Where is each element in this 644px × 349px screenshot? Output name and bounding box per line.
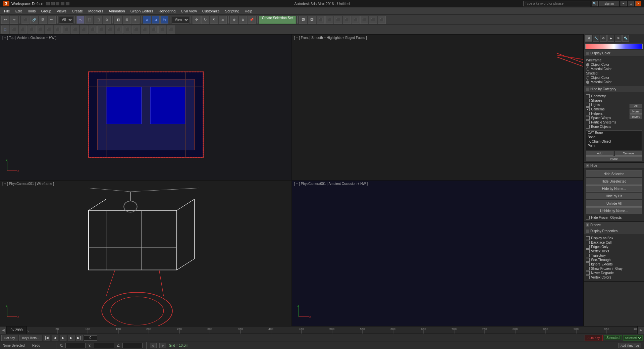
tb2-btn8[interactable]: ⬛ xyxy=(62,26,70,34)
scale2-btn[interactable]: ⇲ xyxy=(219,16,227,24)
menu-graph-editors[interactable]: Graph Editors xyxy=(128,8,156,14)
next-frame-btn[interactable]: ▶ xyxy=(68,335,74,341)
key-filters-btn[interactable]: Key Filters... xyxy=(19,335,42,341)
workspace-label[interactable]: Workspace: Default xyxy=(11,2,44,6)
key-mode-select[interactable]: Selected xyxy=(623,335,643,341)
dp-ignore-extents-cb[interactable] xyxy=(586,262,590,266)
render-btn3[interactable]: ⬛ xyxy=(317,16,325,24)
snap-angle-btn[interactable]: ⊿ xyxy=(152,16,160,24)
z-coord-input[interactable] xyxy=(122,343,143,348)
cat-particles-cb[interactable] xyxy=(586,120,590,124)
vp1-view-label[interactable]: Top xyxy=(9,36,14,40)
display-props-header[interactable]: − Display Properties xyxy=(584,228,644,234)
bone-point[interactable]: Point xyxy=(586,144,642,148)
tb2-btn7[interactable]: ⬛ xyxy=(54,26,62,34)
panel-icon-modify[interactable]: 🔧 xyxy=(593,35,599,42)
vp2-view-label[interactable]: Front xyxy=(301,36,309,40)
bone-ik-chain[interactable]: IK Chain Object xyxy=(586,139,642,144)
render-btn10[interactable]: ⬛ xyxy=(378,16,386,24)
viewport-front[interactable]: [ + ] Front | Smooth + Highlights + Edge… xyxy=(292,34,584,180)
dp-see-through-cb[interactable] xyxy=(586,258,590,262)
bone-list[interactable]: CAT Bone Bone IK Chain Object Point xyxy=(586,130,642,150)
timeline-right-btn[interactable]: ▶ xyxy=(637,327,644,334)
hide-collapse[interactable]: − xyxy=(586,164,589,167)
select-region-btn[interactable]: ⬚ xyxy=(85,16,93,24)
shaded-obj-radio[interactable] xyxy=(586,76,589,80)
hide-by-name-btn[interactable]: Hide by Name... xyxy=(586,185,642,192)
bone-bone[interactable]: Bone xyxy=(586,135,642,139)
vp4-render-label[interactable]: Ambient Occlusion + HW ] xyxy=(328,182,368,186)
menu-file[interactable]: File xyxy=(1,8,13,14)
select-obj-btn[interactable]: ⬛ xyxy=(21,16,30,24)
cat-invert-btn[interactable]: Invert xyxy=(630,114,642,119)
menu-help[interactable]: Help xyxy=(242,8,255,14)
bone-add-btn[interactable]: Add xyxy=(586,151,613,156)
mirror-btn[interactable]: ◧ xyxy=(114,16,122,24)
tb2-btn15[interactable]: ⬛ xyxy=(123,26,131,34)
render-btn2[interactable]: 🖼 xyxy=(308,16,316,24)
frame-input[interactable] xyxy=(84,335,97,341)
menu-create[interactable]: Create xyxy=(69,8,86,14)
go-start-btn[interactable]: |◀ xyxy=(44,335,50,341)
display-color-collapse[interactable]: − xyxy=(586,52,589,55)
dp-backface-cb[interactable] xyxy=(586,241,590,244)
cat-helpers-cb[interactable] xyxy=(586,112,590,115)
prev-frame-btn[interactable]: ◀ xyxy=(52,335,58,341)
tb2-btn5[interactable]: ⬛ xyxy=(36,26,44,34)
add-time-tag-btn[interactable]: Add Time Tag xyxy=(618,343,641,348)
redo-btn[interactable]: ↪ xyxy=(10,16,18,24)
render-btn4[interactable]: ⬛ xyxy=(325,16,333,24)
bone-cat-bone[interactable]: CAT Bone xyxy=(586,131,642,135)
tb2-btn10[interactable]: ⬛ xyxy=(80,26,88,34)
cat-bones-cb[interactable] xyxy=(586,125,590,129)
viewport-physcam-wire[interactable]: [ + ] PhysCamera001 | Wireframe ] Total … xyxy=(0,180,292,326)
render-btn7[interactable]: ⬛ xyxy=(352,16,360,24)
hide-frozen-cb[interactable] xyxy=(586,216,590,219)
tb2-btn4[interactable]: ⬛ xyxy=(28,26,36,34)
vp2-plus[interactable]: [ + ] xyxy=(294,36,300,40)
hide-unselected-btn[interactable]: Hide Unselected xyxy=(586,178,642,185)
menu-modifiers[interactable]: Modifiers xyxy=(86,8,106,14)
bind-space-warp-btn[interactable]: 〜 xyxy=(48,16,56,24)
render-btn6[interactable]: ⬛ xyxy=(343,16,351,24)
tb2-btn13[interactable]: ⬛ xyxy=(106,26,114,34)
menu-rendering[interactable]: Rendering xyxy=(156,8,178,14)
render-btn8[interactable]: ⬛ xyxy=(360,16,368,24)
view-select[interactable]: View xyxy=(172,16,189,23)
play-btn[interactable]: ▶ xyxy=(60,335,66,341)
unhide-all-btn[interactable]: Unhide All xyxy=(586,200,642,207)
viewport-physcam-ao[interactable]: [ + ] PhysCamera001 | Ambient Occlusion … xyxy=(292,180,584,326)
menu-group[interactable]: Group xyxy=(38,8,54,14)
select-btn[interactable]: ↖ xyxy=(76,16,85,24)
pin-btn[interactable]: 📌 xyxy=(248,16,256,24)
vp4-view-label[interactable]: PhysCamera001 xyxy=(301,182,326,186)
filter-select[interactable]: All xyxy=(59,16,73,23)
key-filter-btn[interactable]: Set Key xyxy=(1,335,18,341)
cat-shapes-cb[interactable] xyxy=(586,99,590,102)
undo-btn[interactable]: ↩ xyxy=(1,16,9,24)
tb2-btn16[interactable]: ⬛ xyxy=(132,26,140,34)
panel-icon-display[interactable]: 🖥 xyxy=(585,35,592,42)
freeze-header[interactable]: + Freeze xyxy=(584,222,644,228)
cat-cameras-cb[interactable] xyxy=(586,107,590,111)
tb2-btn14[interactable]: ⬛ xyxy=(115,26,123,34)
cat-lights-cb[interactable] xyxy=(586,103,590,107)
ref-coord-btn[interactable]: ⊕ xyxy=(230,16,238,24)
y-coord-input[interactable] xyxy=(94,343,114,348)
render-btn1[interactable]: 🖼 xyxy=(299,16,307,24)
tb2-btn12[interactable]: ⬛ xyxy=(97,26,105,34)
hide-header[interactable]: − Hide xyxy=(584,163,644,169)
vp3-render-label[interactable]: Wireframe ] xyxy=(37,182,54,186)
panel-icon-hierarchy[interactable]: ⚙ xyxy=(600,35,607,42)
color-swatch[interactable] xyxy=(585,44,643,49)
viewport-top[interactable]: [ + ] Top | Ambient Occlusion + HW ] Tot… xyxy=(0,34,292,180)
align-btn[interactable]: ⊞ xyxy=(123,16,131,24)
menu-scripting[interactable]: Scripting xyxy=(222,8,242,14)
bone-remove-btn[interactable]: Remove xyxy=(615,151,642,156)
hide-by-cat-collapse[interactable]: − xyxy=(586,88,589,91)
move-btn[interactable]: ✛ xyxy=(193,16,201,24)
tb2-btn17[interactable]: ⬛ xyxy=(141,26,149,34)
panel-icon-utilities[interactable]: 🔩 xyxy=(622,35,629,42)
vp4-plus[interactable]: [ + ] xyxy=(294,182,300,186)
unlink-btn[interactable]: ⛓ xyxy=(39,16,47,24)
